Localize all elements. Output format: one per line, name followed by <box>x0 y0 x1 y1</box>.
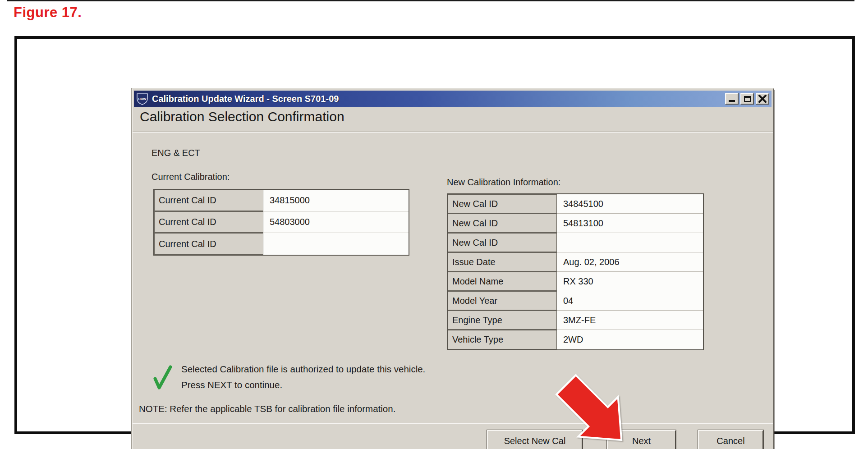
row-label: Issue Date <box>448 252 557 272</box>
page: Figure 17. CUW Calibration Update Wizard… <box>0 0 868 449</box>
figure-frame: CUW Calibration Update Wizard - Screen S… <box>14 36 855 434</box>
select-new-cal-button[interactable]: Select New Cal <box>487 430 583 449</box>
current-calibration-table: Current Cal ID 34815000 Current Cal ID 5… <box>153 189 409 256</box>
row-value: 3MZ-FE <box>557 311 703 330</box>
page-title: Calibration Selection Confirmation <box>140 109 344 124</box>
row-value: 54803000 <box>263 211 409 233</box>
page-top-divider <box>7 0 854 1</box>
new-calibration-table: New Cal ID 34845100 New Cal ID 54813100 … <box>447 193 704 350</box>
row-label: Current Cal ID <box>154 211 263 233</box>
row-value: Aug. 02, 2006 <box>557 252 703 272</box>
table-row: Issue Date Aug. 02, 2006 <box>448 252 703 272</box>
figure-caption: Figure 17. <box>14 5 82 21</box>
row-value: 34845100 <box>557 194 703 214</box>
row-label: Current Cal ID <box>154 190 263 211</box>
table-row: Vehicle Type 2WD <box>448 330 703 349</box>
row-label: Engine Type <box>448 311 557 330</box>
table-row: Engine Type 3MZ-FE <box>448 311 703 330</box>
table-row: New Cal ID 54813100 <box>448 214 703 233</box>
row-label: New Cal ID <box>448 214 557 233</box>
row-label: Model Year <box>448 291 557 311</box>
cuw-shield-icon: CUW <box>136 92 148 105</box>
next-button[interactable]: Next <box>607 430 676 449</box>
maximize-button[interactable] <box>740 93 754 105</box>
table-row: New Cal ID <box>448 233 703 252</box>
new-calibration-label: New Calibration Information: <box>447 177 560 188</box>
window-title: Calibration Update Wizard - Screen S701-… <box>152 94 339 104</box>
row-value: 54813100 <box>557 214 703 233</box>
minimize-button[interactable] <box>725 93 739 105</box>
table-row: New Cal ID 34845100 <box>448 194 703 214</box>
row-value: 2WD <box>557 330 703 349</box>
current-calibration-label: Current Calibration: <box>152 172 230 182</box>
row-label: New Cal ID <box>448 233 557 252</box>
table-row: Current Cal ID 54803000 <box>154 211 409 233</box>
row-label: New Cal ID <box>448 194 557 214</box>
table-row: Model Year 04 <box>448 291 703 311</box>
minimize-icon <box>729 100 735 102</box>
table-row: Current Cal ID 34815000 <box>154 190 409 211</box>
row-value: 04 <box>557 291 703 311</box>
status-message-line1: Selected Calibration file is authorized … <box>181 364 425 375</box>
calibration-update-wizard-window: CUW Calibration Update Wizard - Screen S… <box>132 88 774 449</box>
row-label: Vehicle Type <box>448 330 557 349</box>
cancel-button[interactable]: Cancel <box>698 430 763 449</box>
note-text: NOTE: Refer the applicable TSB for calib… <box>139 403 395 414</box>
button-area-divider <box>133 423 773 424</box>
window-controls <box>725 93 769 105</box>
system-label: ENG & ECT <box>152 148 200 158</box>
close-button[interactable] <box>756 93 769 105</box>
row-value: 34815000 <box>263 190 409 211</box>
row-value <box>263 233 409 255</box>
table-row: Model Name RX 330 <box>448 272 703 291</box>
check-icon <box>152 363 174 391</box>
status-message-line2: Press NEXT to continue. <box>181 380 282 390</box>
window-title-bar[interactable]: CUW Calibration Update Wizard - Screen S… <box>134 91 772 107</box>
close-icon <box>757 94 768 104</box>
svg-text:CUW: CUW <box>138 97 147 101</box>
table-row: Current Cal ID <box>154 233 409 255</box>
maximize-icon <box>744 96 751 102</box>
row-value: RX 330 <box>557 272 703 291</box>
heading-divider <box>133 132 773 133</box>
row-label: Current Cal ID <box>154 233 263 255</box>
row-label: Model Name <box>448 272 557 291</box>
row-value <box>557 233 703 252</box>
